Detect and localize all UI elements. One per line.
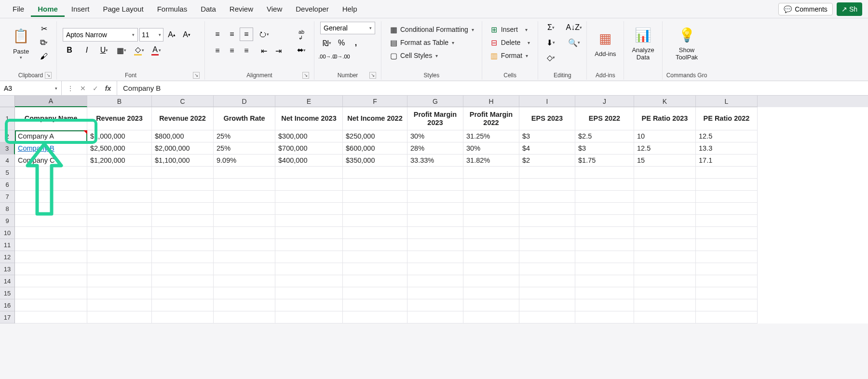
cell[interactable] <box>634 203 696 215</box>
cell[interactable]: $400,000 <box>275 154 343 167</box>
row-header-6[interactable]: 6 <box>0 179 15 191</box>
orientation-button[interactable]: ⭮▾ <box>257 28 271 41</box>
cell[interactable] <box>634 251 696 263</box>
cell[interactable] <box>275 299 343 311</box>
decrease-indent-button[interactable]: ⇤ <box>257 44 271 57</box>
cell[interactable]: 15 <box>634 154 696 167</box>
cell[interactable] <box>15 203 87 215</box>
dialog-launcher-icon[interactable]: ↘ <box>302 72 309 79</box>
col-header-I[interactable]: I <box>519 96 575 107</box>
cell[interactable] <box>519 311 575 323</box>
col-header-E[interactable]: E <box>275 96 343 107</box>
cell[interactable]: 17.1 <box>696 154 758 167</box>
cell[interactable] <box>15 239 87 251</box>
row-header-1[interactable]: 1 <box>0 107 15 130</box>
header-cell[interactable]: PE Ratio 2022 <box>696 107 758 130</box>
cell[interactable] <box>407 203 463 215</box>
cell[interactable] <box>407 239 463 251</box>
cell[interactable] <box>152 287 214 299</box>
cell[interactable] <box>214 311 275 323</box>
cell[interactable] <box>343 203 407 215</box>
cell[interactable]: 31.25% <box>463 130 519 142</box>
cell[interactable] <box>275 239 343 251</box>
align-middle-button[interactable]: ≡ <box>225 28 239 41</box>
hyperlink-cell[interactable]: Company B <box>18 144 54 152</box>
header-cell[interactable]: Revenue 2022 <box>152 107 214 130</box>
select-all-corner[interactable] <box>0 96 15 107</box>
cell[interactable] <box>696 251 758 263</box>
number-format-select[interactable]: General▾ <box>320 22 375 34</box>
cell[interactable] <box>275 191 343 203</box>
cell[interactable] <box>343 251 407 263</box>
cell[interactable] <box>343 275 407 287</box>
align-bottom-button[interactable]: ≡ <box>240 28 253 41</box>
cell[interactable]: $700,000 <box>275 142 343 154</box>
cell[interactable] <box>463 227 519 239</box>
cell[interactable] <box>87 275 152 287</box>
cell[interactable] <box>519 287 575 299</box>
italic-button[interactable]: I <box>80 43 94 57</box>
cell[interactable] <box>87 227 152 239</box>
cell[interactable] <box>407 263 463 275</box>
cell[interactable] <box>634 227 696 239</box>
cell[interactable] <box>463 203 519 215</box>
cell[interactable] <box>696 167 758 179</box>
cell[interactable]: $3 <box>575 142 634 154</box>
accounting-button[interactable]: ₪▾ <box>320 36 334 50</box>
cell[interactable] <box>407 227 463 239</box>
row-header-17[interactable]: 17 <box>0 311 15 323</box>
header-cell[interactable]: Net Income 2022 <box>343 107 407 130</box>
cell[interactable] <box>275 311 343 323</box>
cell[interactable] <box>575 239 634 251</box>
cell[interactable] <box>463 275 519 287</box>
cell[interactable] <box>634 191 696 203</box>
row-header-2[interactable]: 2 <box>0 130 15 142</box>
cell[interactable] <box>407 215 463 227</box>
row-header-11[interactable]: 11 <box>0 239 15 251</box>
conditional-formatting-button[interactable]: ▦Conditional Formatting▾ <box>387 24 476 35</box>
insert-cells-button[interactable]: ⊞Insert▾ <box>488 24 532 35</box>
wrap-text-button[interactable]: ab↲ <box>295 28 308 42</box>
col-header-A[interactable]: A <box>15 96 87 107</box>
cut-button[interactable]: ✂ <box>37 22 51 35</box>
cell[interactable] <box>87 239 152 251</box>
header-cell[interactable]: Company Name <box>15 107 87 130</box>
cell[interactable]: $300,000 <box>275 130 343 142</box>
cell[interactable] <box>87 203 152 215</box>
font-color-button[interactable]: A▾ <box>149 43 163 57</box>
cell[interactable] <box>463 239 519 251</box>
cell[interactable] <box>152 263 214 275</box>
row-header-8[interactable]: 8 <box>0 203 15 215</box>
share-button[interactable]: ↗ Sh <box>837 2 862 16</box>
cell[interactable]: 33.33% <box>407 154 463 167</box>
header-cell[interactable]: EPS 2023 <box>519 107 575 130</box>
cell[interactable] <box>87 191 152 203</box>
cell[interactable]: 9.09% <box>214 154 275 167</box>
cell[interactable] <box>214 299 275 311</box>
cell[interactable] <box>519 275 575 287</box>
cell[interactable] <box>575 203 634 215</box>
cell[interactable] <box>519 227 575 239</box>
percent-button[interactable]: % <box>335 36 348 50</box>
paste-button[interactable]: 📋 Paste ▾ <box>9 21 33 64</box>
cell[interactable] <box>463 311 519 323</box>
cell[interactable]: 12.5 <box>696 130 758 142</box>
cell[interactable] <box>407 191 463 203</box>
cell[interactable] <box>275 179 343 191</box>
cell[interactable]: 13.3 <box>696 142 758 154</box>
cell[interactable] <box>463 263 519 275</box>
cell[interactable] <box>152 311 214 323</box>
cell[interactable] <box>634 287 696 299</box>
cell[interactable] <box>407 299 463 311</box>
cell[interactable] <box>575 227 634 239</box>
cell[interactable] <box>575 251 634 263</box>
comma-button[interactable]: , <box>349 36 363 50</box>
spreadsheet-grid[interactable]: ABCDEFGHIJKL 1Company NameRevenue 2023Re… <box>0 96 868 323</box>
cell-styles-button[interactable]: ▢Cell Styles▾ <box>387 50 476 61</box>
cell[interactable] <box>343 215 407 227</box>
cell[interactable] <box>15 191 87 203</box>
cell[interactable] <box>15 299 87 311</box>
cell[interactable] <box>519 167 575 179</box>
cell[interactable] <box>343 179 407 191</box>
cell[interactable] <box>15 251 87 263</box>
